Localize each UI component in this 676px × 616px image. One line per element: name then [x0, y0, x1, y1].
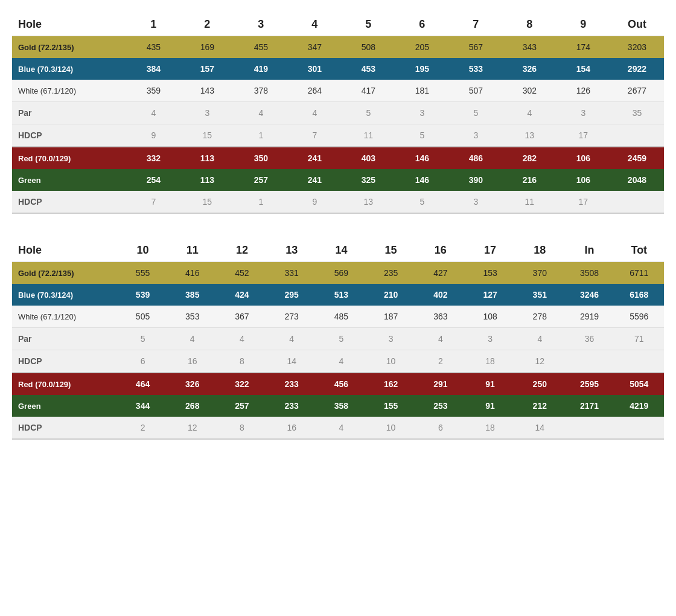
red-val-3: 350 [234, 147, 288, 169]
blue-row: Blue (70.3/124) 384 157 419 301 453 195 … [12, 58, 664, 80]
green-b-val-12: 257 [217, 395, 267, 417]
blue-b-val-10: 539 [118, 284, 167, 306]
white-b-val-15: 187 [366, 306, 416, 328]
green-b-val-15: 155 [366, 395, 416, 417]
green-row: Green 254 113 257 241 325 146 390 216 10… [12, 169, 664, 191]
col-10: 10 [118, 238, 167, 262]
par-val-9: 3 [556, 102, 610, 124]
gold-b-val-12: 452 [217, 262, 267, 284]
white-val-2: 143 [180, 80, 234, 102]
red-b-val-11: 326 [168, 373, 217, 395]
gold-val-2: 169 [180, 36, 234, 59]
white-val-4: 264 [288, 80, 342, 102]
green-row-back: Green 344 268 257 233 358 155 253 91 212… [12, 395, 664, 417]
par-val-3: 4 [234, 102, 288, 124]
white-val-6: 181 [395, 80, 449, 102]
white-val-3: 378 [234, 80, 288, 102]
col-4: 4 [288, 12, 342, 36]
red-label-back: Red (70.0/129) [12, 373, 118, 395]
gold-val-4: 347 [288, 36, 342, 59]
white-b-val-11: 353 [168, 306, 217, 328]
blue-out: 2922 [610, 58, 664, 80]
white-val-1: 359 [127, 80, 180, 102]
white-b-val-12: 367 [217, 306, 267, 328]
white-b-tot: 5596 [614, 306, 664, 328]
hdcp-val-1: 9 [127, 124, 180, 147]
red-b-val-16: 291 [416, 373, 465, 395]
blue-b-val-11: 385 [168, 284, 217, 306]
hdcp-row-back: HDCP 6 16 8 14 4 10 2 18 12 [12, 350, 664, 373]
col-9: 9 [556, 12, 610, 36]
green-b-val-14: 358 [316, 395, 366, 417]
blue-b-val-18: 351 [515, 284, 564, 306]
red-val-8: 282 [503, 147, 556, 169]
green-val-7: 390 [449, 169, 503, 191]
white-b-val-18: 278 [515, 306, 564, 328]
hdcp-b-tot [614, 350, 664, 373]
hdcp-b-val-15: 10 [366, 350, 416, 373]
green-b-val-11: 268 [168, 395, 217, 417]
par-row: Par 4 3 4 4 5 3 5 4 3 35 [12, 102, 664, 124]
red-val-4: 241 [288, 147, 342, 169]
header-row: Hole 1 2 3 4 5 6 7 8 9 Out [12, 12, 664, 36]
red-b-val-14: 456 [316, 373, 366, 395]
gold-b-val-11: 416 [168, 262, 217, 284]
gold-b-val-13: 331 [267, 262, 316, 284]
gold-row-back: Gold (72.2/135) 555 416 452 331 569 235 … [12, 262, 664, 284]
hdcp-b-val-13: 14 [267, 350, 316, 373]
hdcp2-b-val-10: 2 [118, 417, 167, 439]
white-label: White (67.1/120) [12, 80, 127, 102]
green-b-val-10: 344 [118, 395, 167, 417]
hdcp2-b-val-16: 6 [416, 417, 465, 439]
hole-label: Hole [12, 12, 127, 36]
col-6: 6 [395, 12, 449, 36]
hdcp-val-4: 7 [288, 124, 342, 147]
par-b-val-13: 4 [267, 328, 316, 350]
gold-val-9: 174 [556, 36, 610, 59]
green-val-3: 257 [234, 169, 288, 191]
gold-b-val-10: 555 [118, 262, 167, 284]
hdcp-val-6: 5 [395, 124, 449, 147]
hdcp-b-val-17: 18 [465, 350, 515, 373]
par-row-back: Par 5 4 4 4 5 3 4 3 4 36 71 [12, 328, 664, 350]
blue-val-9: 154 [556, 58, 610, 80]
hdcp2-row-back: HDCP 2 12 8 16 4 10 6 18 14 [12, 417, 664, 439]
scorecard: Hole 1 2 3 4 5 6 7 8 9 Out Gold (72.2/13… [12, 12, 664, 440]
red-row: Red (70.0/129) 332 113 350 241 403 146 4… [12, 147, 664, 169]
hdcp2-val-8: 11 [503, 191, 556, 213]
red-val-1: 332 [127, 147, 180, 169]
red-val-2: 113 [180, 147, 234, 169]
back-nine-table: Hole 10 11 12 13 14 15 16 17 18 In Tot [12, 238, 664, 440]
gold-val-3: 455 [234, 36, 288, 59]
par-label-back: Par [12, 328, 118, 350]
par-b-val-10: 5 [118, 328, 167, 350]
col-5: 5 [342, 12, 395, 36]
par-val-1: 4 [127, 102, 180, 124]
white-val-7: 507 [449, 80, 503, 102]
blue-b-val-14: 513 [316, 284, 366, 306]
col-12: 12 [217, 238, 267, 262]
white-b-val-17: 108 [465, 306, 515, 328]
green-val-4: 241 [288, 169, 342, 191]
hdcp2-b-val-11: 12 [168, 417, 217, 439]
col-out: Out [610, 12, 664, 36]
hdcp-out [610, 124, 664, 147]
green-val-6: 146 [395, 169, 449, 191]
gold-b-val-16: 427 [416, 262, 465, 284]
hdcp2-val-2: 15 [180, 191, 234, 213]
hdcp2-val-4: 9 [288, 191, 342, 213]
gold-val-5: 508 [342, 36, 395, 59]
white-val-8: 302 [503, 80, 556, 102]
par-label: Par [12, 102, 127, 124]
col-7: 7 [449, 12, 503, 36]
white-label-back: White (67.1/120) [12, 306, 118, 328]
par-val-7: 5 [449, 102, 503, 124]
col-18: 18 [515, 238, 564, 262]
col-in: In [564, 238, 614, 262]
hdcp-label: HDCP [12, 124, 127, 147]
par-val-4: 4 [288, 102, 342, 124]
hdcp-b-val-14: 4 [316, 350, 366, 373]
front-nine-table: Hole 1 2 3 4 5 6 7 8 9 Out Gold (72.2/13… [12, 12, 664, 214]
col-13: 13 [267, 238, 316, 262]
blue-val-1: 384 [127, 58, 180, 80]
